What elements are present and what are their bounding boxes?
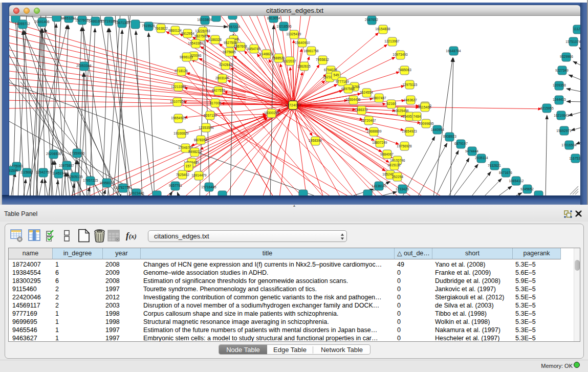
svg-text:7625402: 7625402: [176, 173, 189, 177]
svg-text:17957225: 17957225: [83, 179, 98, 182]
svg-text:9896123: 9896123: [180, 55, 193, 59]
svg-text:10107554: 10107554: [170, 100, 185, 103]
svg-text:12505135: 12505135: [68, 175, 83, 179]
svg-text:7357224: 7357224: [227, 25, 240, 29]
svg-text:12942757: 12942757: [36, 170, 51, 174]
svg-text:1244415: 1244415: [553, 98, 566, 101]
svg-text:1733426: 1733426: [396, 187, 409, 191]
svg-text:10923446: 10923446: [129, 191, 144, 195]
svg-text:2718126: 2718126: [175, 69, 188, 73]
svg-text:9146821: 9146821: [259, 52, 273, 56]
svg-text:10973493: 10973493: [393, 53, 408, 56]
svg-text:157: 157: [185, 164, 191, 168]
svg-text:9245652: 9245652: [520, 187, 534, 191]
svg-text:9463627: 9463627: [404, 98, 417, 102]
svg-text:8471676: 8471676: [499, 171, 512, 174]
svg-text:16033809: 16033809: [197, 18, 212, 21]
svg-text:15720407: 15720407: [361, 119, 376, 122]
svg-text:10654112: 10654112: [509, 179, 524, 183]
svg-text:2935114: 2935114: [475, 156, 488, 160]
svg-text:6466160: 6466160: [89, 19, 102, 23]
svg-text:10653287: 10653287: [61, 16, 76, 20]
svg-text:15640910: 15640910: [295, 41, 310, 45]
svg-text:12353594: 12353594: [199, 126, 214, 129]
svg-text:1958399: 1958399: [309, 139, 322, 142]
svg-text:62160: 62160: [387, 102, 397, 105]
svg-text:7515526: 7515526: [142, 24, 155, 28]
svg-text:7484: 7484: [413, 115, 421, 118]
svg-text:7886372: 7886372: [355, 108, 368, 112]
svg-text:16210643: 16210643: [554, 114, 569, 117]
svg-text:9827503: 9827503: [194, 34, 208, 38]
svg-text:545: 545: [333, 73, 339, 77]
svg-text:1615132: 1615132: [387, 163, 401, 167]
svg-text:8938923: 8938923: [443, 135, 456, 138]
svg-text:10099695: 10099695: [419, 122, 434, 125]
svg-text:19218596: 19218596: [276, 25, 292, 28]
svg-text:10975887: 10975887: [59, 164, 74, 167]
svg-text:19654923: 19654923: [402, 129, 417, 133]
svg-text:20364436: 20364436: [345, 98, 361, 101]
svg-text:7485063: 7485063: [398, 68, 411, 72]
svg-text:9329966: 9329966: [560, 55, 573, 58]
svg-text:3624554: 3624554: [360, 91, 373, 94]
svg-text:9474444: 9474444: [465, 149, 478, 153]
svg-text:8186328: 8186328: [208, 38, 222, 41]
svg-text:2867608: 2867608: [234, 45, 247, 48]
svg-text:10671385: 10671385: [115, 21, 130, 25]
svg-text:7663822: 7663822: [155, 27, 168, 30]
svg-text:8878354: 8878354: [194, 138, 207, 142]
svg-text:6897568: 6897568: [341, 87, 355, 91]
svg-text:8215955: 8215955: [540, 106, 554, 110]
svg-text:11121: 11121: [573, 27, 580, 31]
svg-text:2087652: 2087652: [365, 18, 378, 21]
svg-text:18300295: 18300295: [264, 111, 279, 115]
svg-text:1167533: 1167533: [569, 157, 580, 160]
svg-text:1115682: 1115682: [20, 170, 33, 174]
svg-text:19654925: 19654925: [171, 116, 186, 120]
svg-text:1362615: 1362615: [297, 64, 311, 68]
svg-text:19756928: 19756928: [397, 144, 412, 148]
svg-text:1527602: 1527602: [75, 18, 89, 22]
svg-text:16154838: 16154838: [375, 27, 390, 31]
svg-text:16782759: 16782759: [115, 186, 130, 189]
svg-text:252254: 252254: [392, 175, 404, 179]
svg-text:1145194: 1145194: [52, 171, 66, 175]
svg-text:8267110: 8267110: [204, 114, 217, 117]
svg-text:14055712: 14055712: [15, 22, 30, 26]
svg-text:8813054: 8813054: [267, 16, 280, 20]
svg-text:16914479: 16914479: [191, 173, 207, 177]
svg-text:14136141: 14136141: [372, 184, 387, 188]
svg-text:15716485: 15716485: [201, 185, 216, 189]
svg-text:9227349: 9227349: [555, 69, 569, 72]
svg-text:20053346: 20053346: [76, 64, 92, 68]
svg-text:18724007: 18724007: [285, 103, 301, 107]
svg-text:19166829: 19166829: [173, 132, 189, 135]
svg-text:18807249: 18807249: [372, 141, 387, 144]
svg-text:10958117: 10958117: [99, 181, 114, 185]
svg-text:8912954: 8912954: [181, 32, 194, 35]
svg-text:11325419: 11325419: [286, 32, 301, 36]
svg-text:8454749: 8454749: [247, 47, 260, 51]
svg-text:7632621: 7632621: [488, 164, 501, 167]
svg-text:16961758: 16961758: [303, 49, 319, 53]
svg-text:1440954: 1440954: [431, 128, 444, 132]
svg-text:6879197: 6879197: [454, 142, 468, 145]
svg-text:2803144: 2803144: [215, 76, 229, 80]
svg-text:8427552: 8427552: [212, 89, 225, 92]
svg-text:9527508: 9527508: [224, 41, 237, 45]
svg-text:9884067: 9884067: [380, 152, 394, 156]
svg-text:817006: 817006: [210, 101, 222, 105]
svg-text:17359926: 17359926: [70, 151, 85, 155]
svg-text:7955812: 7955812: [316, 58, 329, 61]
svg-text:9657791: 9657791: [169, 184, 182, 187]
svg-text:16543362: 16543362: [188, 41, 203, 45]
svg-text:10807487: 10807487: [371, 96, 386, 100]
svg-text:9777169: 9777169: [336, 80, 349, 83]
svg-text:10719185: 10719185: [101, 19, 116, 23]
svg-text:1209358: 1209358: [553, 83, 566, 87]
svg-text:20206536: 20206536: [46, 152, 61, 156]
svg-text:9875685: 9875685: [223, 50, 236, 54]
svg-text:9115460: 9115460: [418, 105, 431, 109]
svg-text:10688609: 10688609: [366, 129, 382, 133]
